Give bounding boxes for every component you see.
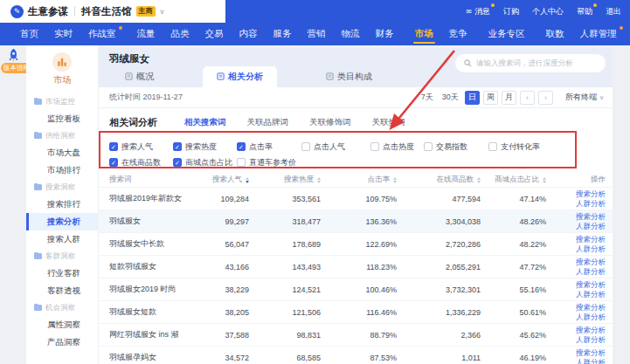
nav-item-12[interactable]: 竞争	[441, 23, 475, 45]
action-link-0[interactable]: 搜索分析	[576, 280, 606, 289]
granularity-1[interactable]: 周	[483, 91, 498, 105]
table-row: 网红羽绒服女 ins 潮37,58898,83188.79%2,36645.62…	[99, 323, 613, 346]
nav-item-9[interactable]: 物流	[334, 23, 368, 45]
action-link-0[interactable]: 搜索分析	[576, 235, 606, 244]
action-link-1[interactable]: 人群分析	[576, 222, 606, 230]
range-button-1[interactable]: 30天	[440, 92, 461, 103]
action-link-0[interactable]: 搜索分析	[576, 326, 606, 334]
value-cell: 98,831	[249, 331, 321, 340]
tab-1[interactable]: 相关分析	[203, 66, 277, 87]
sidebar-item-3-1[interactable]: 客群透视	[26, 282, 98, 299]
nav-item-11[interactable]: 市场	[407, 23, 441, 45]
sidebar-item-1-1[interactable]: 市场排行	[26, 161, 98, 179]
subtab-2[interactable]: 关联修饰词	[308, 117, 352, 134]
metric-checkbox-area: 搜索人气搜索热度点击率点击人气点击热度交易指数支付转化率在线商品数商城点击占比直…	[99, 134, 613, 170]
nav-item-16[interactable]: 学院	[625, 23, 630, 45]
action-link-1[interactable]: 人群分析	[576, 312, 606, 321]
nav-item-7[interactable]: 服务	[266, 23, 300, 45]
metric-checkbox-1-0[interactable]: 在线商品数	[109, 157, 173, 168]
sidebar-item-1-0[interactable]: 市场大盘	[26, 144, 98, 161]
subtab-1[interactable]: 关联品牌词	[246, 117, 290, 134]
action-link-0[interactable]: 搜索分析	[576, 189, 606, 198]
topbar-link-label: 帮助	[577, 6, 592, 17]
subtab-0[interactable]: 相关搜索词	[183, 117, 227, 134]
tab-label: 类目构成	[337, 71, 372, 83]
chevron-right-icon[interactable]: ›	[538, 91, 553, 105]
nav-item-8[interactable]: 营销	[300, 23, 334, 45]
action-link-1[interactable]: 人群分析	[576, 335, 606, 344]
topbar-link-1[interactable]: 订购	[503, 6, 519, 17]
sidebar-item-4-1[interactable]: 产品洞察	[26, 333, 98, 351]
action-link-1[interactable]: 人群分析	[576, 290, 606, 299]
metric-label: 支付转化率	[501, 141, 540, 153]
value-cell: 178,689	[249, 240, 321, 249]
nav-item-1[interactable]: 实时	[46, 23, 80, 45]
action-cell: 搜索分析人群分析	[546, 258, 606, 276]
sidebar-item-3-0[interactable]: 行业客群	[26, 264, 98, 282]
metric-checkbox-0-2[interactable]: 点击率	[237, 141, 301, 153]
metric-checkbox-0-6[interactable]: 支付转化率	[488, 141, 540, 153]
sidebar-group-label: 客群洞察	[45, 251, 75, 262]
nav-item-2[interactable]: 作战室	[80, 23, 124, 45]
column-header-3[interactable]: 点击率	[321, 175, 397, 185]
action-link-1[interactable]: 人群分析	[576, 358, 606, 364]
rocket-icon[interactable]	[6, 48, 21, 63]
nav-item-5[interactable]: 交易	[197, 23, 232, 45]
action-link-0[interactable]: 搜索分析	[576, 212, 606, 221]
nav-item-10[interactable]: 财务	[368, 23, 402, 45]
sidebar-item-4-0[interactable]: 属性洞察	[26, 316, 98, 333]
value-cell: 48.22%	[481, 240, 546, 249]
subtab-3[interactable]: 关联热词	[371, 117, 406, 134]
action-link-1[interactable]: 人群分析	[576, 199, 606, 208]
action-link-1[interactable]: 人群分析	[576, 267, 606, 276]
top-header: ✎ 生意参谋 抖音生活馆 主商 ∨ ✉消息订购个人中心帮助退出	[0, 0, 630, 23]
tab-0[interactable]: 概况	[111, 66, 168, 87]
metric-checkbox-0-5[interactable]: 交易指数	[424, 141, 488, 153]
nav-item-13[interactable]: 业务专区	[481, 23, 533, 45]
chevron-left-icon[interactable]: ‹	[520, 91, 535, 105]
checkbox-icon	[301, 142, 310, 151]
nav-item-14[interactable]: 取数	[538, 23, 572, 45]
chevron-down-icon[interactable]: ∨	[160, 8, 165, 16]
action-link-1[interactable]: 人群分析	[576, 244, 606, 253]
topbar-link-4[interactable]: 退出	[606, 6, 621, 17]
nav-item-4[interactable]: 品类	[163, 23, 197, 45]
topbar-link-3[interactable]: 帮助	[577, 6, 592, 17]
search-input[interactable]: 请输入搜索词，进行深度分析	[455, 54, 606, 72]
sidebar-item-0-0[interactable]: 监控看板	[26, 110, 98, 127]
metric-checkbox-0-1[interactable]: 搜索热度	[173, 141, 237, 153]
notification-dot	[491, 3, 495, 7]
tab-2[interactable]: 类目构成	[312, 66, 386, 87]
action-cell: 搜索分析人群分析	[546, 212, 606, 230]
nav-item-3[interactable]: 流量	[129, 23, 163, 45]
metric-checkbox-0-3[interactable]: 点击人气	[301, 141, 370, 153]
tab-label: 相关分析	[228, 71, 263, 83]
topbar-link-0[interactable]: ✉消息	[466, 6, 490, 17]
metric-label: 在线商品数	[121, 157, 161, 168]
app-name: 生意参谋	[28, 5, 68, 18]
action-link-0[interactable]: 搜索分析	[576, 348, 606, 357]
topbar-link-label: 个人中心	[532, 6, 564, 17]
metric-checkbox-1-2[interactable]: 直通车参考价	[237, 157, 296, 168]
topbar-link-2[interactable]: 个人中心	[532, 6, 564, 17]
sidebar-item-2-2[interactable]: 搜索人群	[26, 230, 98, 248]
metric-checkbox-1-1[interactable]: 商城点击占比	[173, 157, 237, 168]
action-link-0[interactable]: 搜索分析	[576, 258, 606, 266]
column-header-1[interactable]: 搜索人气	[192, 175, 249, 185]
nav-item-6[interactable]: 内容	[232, 23, 266, 45]
terminal-selector[interactable]: 所有终端∨	[565, 92, 604, 103]
column-header-4[interactable]: 在线商品数	[397, 175, 481, 185]
sidebar-item-2-0[interactable]: 搜索排行	[26, 196, 98, 213]
sidebar-item-2-1[interactable]: 搜索分析	[26, 213, 98, 230]
granularity-2[interactable]: 月	[502, 91, 516, 105]
metric-checkbox-0-0[interactable]: 搜索人气	[109, 141, 173, 153]
nav-item-label: 营销	[308, 28, 326, 40]
metric-checkbox-0-4[interactable]: 点击热度	[370, 141, 424, 153]
action-link-0[interactable]: 搜索分析	[576, 303, 606, 312]
nav-item-0[interactable]: 首页	[12, 23, 46, 45]
nav-item-15[interactable]: 人群管理	[572, 23, 625, 45]
column-header-5[interactable]: 商城点击占比	[481, 175, 546, 185]
granularity-0[interactable]: 日	[465, 91, 480, 105]
column-header-2[interactable]: 搜索热度	[249, 175, 321, 185]
range-button-0[interactable]: 7天	[419, 92, 436, 103]
